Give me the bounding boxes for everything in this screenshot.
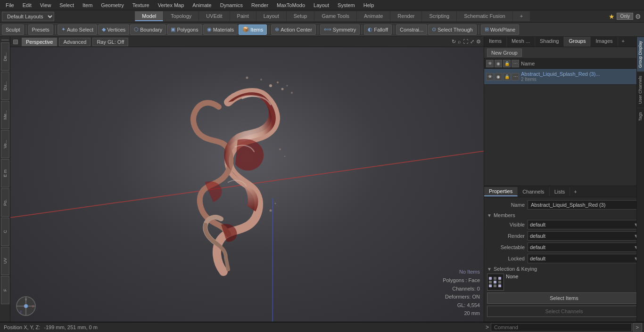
- viewport-advanced-tab[interactable]: Advanced: [59, 38, 91, 46]
- prop-tab-channels[interactable]: Channels: [518, 187, 549, 196]
- vertices-button[interactable]: ◆ Vertices: [98, 24, 129, 35]
- sidebar-item-pol[interactable]: Po.: [1, 188, 9, 217]
- tab-groups[interactable]: Groups: [564, 37, 591, 47]
- sidebar-item-em[interactable]: E m: [1, 159, 9, 187]
- tab-items[interactable]: Items: [484, 37, 507, 47]
- menu-help[interactable]: Help: [360, 1, 378, 9]
- lock-col-icon[interactable]: 🔒: [503, 60, 511, 67]
- settings-icon[interactable]: ⚙: [635, 13, 641, 20]
- command-send-button[interactable]: >: [633, 323, 642, 332]
- action-center-button[interactable]: ⊕ Action Center: [271, 24, 316, 35]
- viewport-rotate-icon[interactable]: ↻: [452, 39, 456, 45]
- tab-model[interactable]: Model: [135, 11, 163, 21]
- render-dropdown[interactable]: default ▼: [528, 231, 641, 241]
- group-row-0[interactable]: 👁 ◉ 🔒 ⋯ Abstract_Liquid_Splash_Red (3)..…: [484, 69, 644, 85]
- sidebar-item-dup[interactable]: Du...: [1, 72, 9, 100]
- menu-render[interactable]: Render: [248, 1, 272, 9]
- menu-geometry[interactable]: Geometry: [97, 1, 127, 9]
- menu-file[interactable]: File: [2, 1, 18, 9]
- workplane-button[interactable]: ⊞ WorkPlane: [481, 24, 520, 35]
- right-vtab-group-display[interactable]: Group Display: [637, 37, 644, 72]
- svg-point-9: [270, 210, 272, 212]
- viewport-zoom-icon[interactable]: ⌕: [458, 39, 461, 45]
- viewport-toggle[interactable]: [13, 40, 18, 44]
- tab-setup[interactable]: Setup: [287, 11, 314, 21]
- sel-keying-arrow[interactable]: ▼: [487, 267, 492, 272]
- tab-topology[interactable]: Topology: [164, 11, 198, 21]
- right-vtab-tags[interactable]: Tags: [637, 108, 644, 125]
- menu-texture[interactable]: Texture: [129, 1, 153, 9]
- tab-add[interactable]: +: [513, 11, 530, 21]
- sidebar-item-f[interactable]: F: [1, 276, 9, 304]
- select-items-button[interactable]: Select Items: [487, 292, 641, 304]
- prop-tab-properties[interactable]: Properties: [484, 187, 518, 196]
- auto-select-button[interactable]: ✦ Auto Select: [58, 24, 97, 35]
- menu-layout[interactable]: Layout: [310, 1, 333, 9]
- tab-uvedit[interactable]: UVEdit: [199, 11, 229, 21]
- boundary-button[interactable]: ⬡ Boundary: [130, 24, 166, 35]
- locked-dropdown[interactable]: default ▼: [528, 254, 641, 263]
- group-render-icon[interactable]: ◉: [495, 73, 502, 81]
- group-more-icon[interactable]: ⋯: [512, 73, 519, 81]
- sel-keying-icon-box[interactable]: [487, 274, 504, 291]
- viewport-perspective-tab[interactable]: Perspective: [22, 38, 57, 46]
- members-arrow[interactable]: ▼: [487, 213, 492, 218]
- tab-game-tools[interactable]: Game Tools: [314, 11, 356, 21]
- viewport-expand-icon[interactable]: ⤢: [470, 39, 474, 45]
- group-lock-icon[interactable]: 🔒: [503, 73, 511, 81]
- more-col-icon[interactable]: ⋯: [512, 60, 519, 67]
- sidebar-item-uv[interactable]: UV: [1, 247, 9, 275]
- menu-view[interactable]: View: [36, 1, 55, 9]
- tab-schematic-fusion[interactable]: Schematic Fusion: [457, 11, 512, 21]
- menu-animate[interactable]: Animate: [189, 1, 215, 9]
- command-input[interactable]: [491, 323, 632, 332]
- new-group-button[interactable]: New Group: [487, 49, 522, 57]
- sidebar-item-mes[interactable]: Me...: [1, 101, 9, 129]
- items-button[interactable]: 📦 Items: [239, 24, 267, 35]
- right-tabs: Items Mesh ... Shading Groups Images + ⤢: [484, 37, 644, 47]
- selectable-dropdown[interactable]: default ▼: [528, 243, 641, 252]
- tab-layout[interactable]: Layout: [256, 11, 286, 21]
- symmetry-button[interactable]: ⟺ Symmetry: [320, 24, 360, 35]
- tab-shading[interactable]: Shading: [535, 37, 564, 47]
- sidebar-item-de[interactable]: De...: [1, 42, 9, 71]
- menu-select[interactable]: Select: [56, 1, 78, 9]
- menu-dynamics[interactable]: Dynamics: [216, 1, 247, 9]
- layout-dropdown[interactable]: Default Layouts: [2, 12, 54, 21]
- tab-scripting[interactable]: Scripting: [422, 11, 456, 21]
- tab-images[interactable]: Images: [591, 37, 618, 47]
- viewport-raygl-tab[interactable]: Ray GL: Off: [92, 38, 128, 46]
- only-badge[interactable]: Only: [617, 13, 633, 20]
- select-channels-button[interactable]: Select Channels: [487, 306, 641, 317]
- polygons-button[interactable]: ▣ Polygons: [167, 24, 202, 35]
- group-eye-icon[interactable]: 👁: [486, 73, 494, 81]
- sidebar-item-c[interactable]: C: [1, 218, 9, 246]
- menu-system[interactable]: System: [334, 1, 359, 9]
- menu-item[interactable]: Item: [79, 1, 96, 9]
- viewport-settings-icon[interactable]: ⚙: [476, 39, 481, 45]
- tab-paint[interactable]: Paint: [230, 11, 256, 21]
- select-through-button[interactable]: ⊙ Select Through: [428, 24, 476, 35]
- visible-dropdown[interactable]: default ▼: [528, 220, 641, 229]
- materials-button[interactable]: ◉ Materials: [203, 24, 238, 35]
- sidebar-item-ver[interactable]: Ve...: [1, 130, 9, 158]
- presets-button[interactable]: Presets: [28, 24, 53, 35]
- right-tab-add[interactable]: +: [618, 37, 628, 47]
- menu-vertex-map[interactable]: Vertex Map: [154, 1, 188, 9]
- prop-tab-lists[interactable]: Lists: [550, 187, 570, 196]
- menu-edit[interactable]: Edit: [19, 1, 35, 9]
- render-col-icon[interactable]: ◉: [495, 60, 502, 67]
- viewport-fit-icon[interactable]: ⛶: [463, 39, 468, 45]
- name-input[interactable]: [528, 200, 641, 210]
- menu-maxtomodo[interactable]: MaxToModo: [273, 1, 309, 9]
- prop-tab-add[interactable]: +: [570, 187, 580, 196]
- eye-col-icon[interactable]: 👁: [486, 60, 494, 67]
- right-vtab-user-channels[interactable]: User Channels: [637, 72, 644, 108]
- sculpt-button[interactable]: Sculpt: [2, 24, 24, 35]
- constraints-button[interactable]: Constrai...: [396, 24, 427, 35]
- tab-animate[interactable]: Animate: [357, 11, 390, 21]
- tab-render[interactable]: Render: [390, 11, 421, 21]
- viewport[interactable]: No Items Polygons : Face Channels: 0 Def…: [10, 47, 484, 322]
- tab-mesh[interactable]: Mesh ...: [507, 37, 535, 47]
- falloff-button[interactable]: ◐ Falloff: [364, 24, 392, 35]
